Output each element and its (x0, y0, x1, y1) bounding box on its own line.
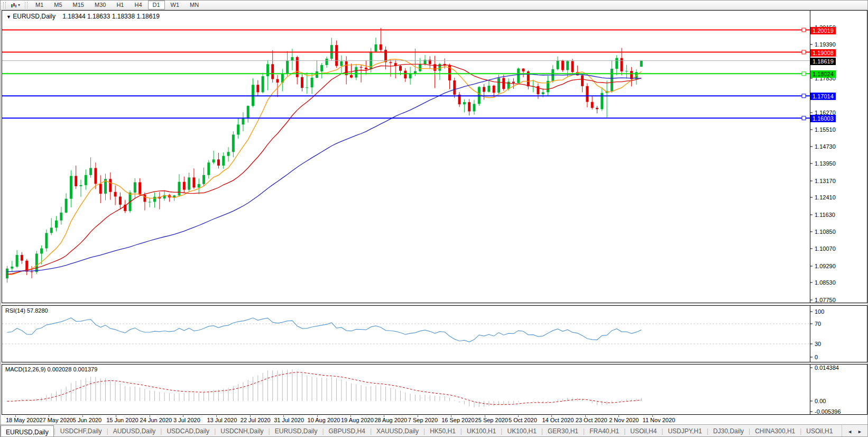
rsi-pane[interactable]: RSI(14) 57.8280 10070300 (2, 305, 867, 362)
price-axis-label: 1.08530 (815, 279, 836, 286)
price-level-badge: 1.20019 (810, 27, 836, 34)
candle-up (237, 124, 239, 134)
rsi-axis-tick (810, 312, 812, 312)
candle-up (286, 61, 289, 74)
price-axis-label: 1.09290 (815, 263, 836, 269)
price-axis-tick (810, 266, 812, 266)
candle-up (375, 44, 377, 52)
time-axis-label: 31 Jul 2020 (274, 417, 304, 423)
timeframe-button-mn[interactable]: MN (185, 1, 204, 10)
timeframe-button-m5[interactable]: M5 (49, 1, 67, 10)
chart-ohlc-values: 1.18344 1.18633 1.18338 1.18619 (62, 13, 160, 20)
chart-tab-bar: EURUSD,Daily|USDCHF,Daily|AUDUSD,Daily|U… (1, 424, 867, 437)
candle-down (389, 62, 392, 63)
price-level-badge: 1.16003 (810, 115, 836, 122)
chart-tab-hk50-h1[interactable]: HK50,H1 (425, 425, 460, 437)
candle-down (522, 69, 525, 71)
macd-axis-label: 0.00 (815, 398, 826, 404)
chart-tab-uk100-h1[interactable]: UK100,H1 (462, 425, 501, 437)
chart-tab-gbpusd-h4[interactable]: GBPUSD,H4 (324, 425, 370, 437)
rsi-axis-tick (810, 324, 812, 324)
level-handle[interactable] (802, 94, 806, 98)
chart-tab-fra40-h1[interactable]: FRA40,H1 (585, 425, 624, 437)
timeframe-button-w1[interactable]: W1 (166, 1, 184, 10)
chart-tab-eurusd-daily[interactable]: EURUSD,Daily (270, 425, 322, 437)
price-axis-tick (810, 180, 812, 181)
time-axis-label: 27 May 2020 (39, 417, 73, 423)
candle-down (453, 80, 456, 95)
candle-down (335, 45, 338, 66)
price-level-badge: 1.19008 (810, 49, 836, 57)
price-axis-tick (810, 44, 812, 44)
candle-down (502, 78, 505, 89)
candle-down (399, 66, 402, 71)
time-axis-label: 18 May 2020 (6, 417, 40, 423)
chart-tab-eurusd-daily[interactable]: EURUSD,Daily (1, 425, 54, 437)
price-chart-pane[interactable]: ▼ EURUSD,Daily 1.18344 1.18633 1.18338 1… (2, 10, 867, 303)
timeframe-button-m15[interactable]: M15 (68, 1, 89, 10)
candle-down (380, 44, 382, 50)
chart-tab-usdchf-daily[interactable]: USDCHF,Daily (56, 425, 107, 437)
time-axis-label: 28 Aug 2020 (374, 417, 407, 423)
candle-down (621, 58, 623, 71)
candle-down (75, 176, 77, 186)
chart-tab-ger30-h1[interactable]: GER30,H1 (543, 425, 583, 437)
candle-up (11, 267, 13, 269)
candle-down (99, 184, 102, 194)
chart-symbol-label: EURUSD,Daily (13, 13, 56, 20)
chart-tab-usdcnh-daily[interactable]: USDCNH,Daily (216, 425, 268, 437)
candle-up (497, 78, 500, 93)
time-axis-label: 14 Oct 2020 (542, 417, 574, 423)
chart-tab-usoil-h4[interactable]: USOil,H4 (625, 425, 661, 437)
level-handle[interactable] (802, 72, 806, 76)
chart-tab-audusd-daily[interactable]: AUDUSD,Daily (108, 425, 161, 437)
timeframe-button-m30[interactable]: M30 (90, 1, 110, 10)
candle-up (6, 269, 8, 279)
charts-toolbar-button[interactable]: ▾ (8, 1, 22, 9)
candle-down (561, 61, 564, 70)
time-axis-label: 5 Oct 2020 (509, 417, 537, 423)
timeframe-button-h1[interactable]: H1 (112, 1, 128, 10)
chart-tab-usdcad-daily[interactable]: USDCAD,Daily (162, 425, 214, 437)
timeframe-button-m1[interactable]: M1 (31, 1, 48, 10)
timeframe-button-h4[interactable]: H4 (130, 1, 146, 10)
candle-up (178, 182, 181, 196)
candle-down (591, 102, 594, 108)
candlestick-chart[interactable] (2, 11, 810, 303)
candle-up (611, 69, 613, 91)
level-handle[interactable] (802, 50, 806, 54)
chart-tab-china300-h1[interactable]: CHINA300,H1 (750, 425, 800, 437)
candle-up (615, 58, 618, 69)
toolbar-grip[interactable] (3, 2, 6, 8)
chart-tab-xauusd-daily[interactable]: XAUUSD,Daily (372, 425, 423, 437)
price-axis-label: 1.10070 (815, 245, 836, 252)
tab-scroll-left-icon[interactable]: ◄ (847, 429, 852, 434)
candle-down (119, 197, 122, 205)
toolbar-grip[interactable] (25, 2, 27, 8)
time-axis-label: 24 Jun 2020 (140, 417, 172, 423)
macd-axis-tick (810, 368, 812, 368)
level-handle[interactable] (802, 28, 806, 32)
moving-average-slow (7, 74, 642, 271)
macd-axis-tick (810, 412, 812, 412)
timeframe-button-d1[interactable]: D1 (148, 1, 165, 10)
chart-tab-dj30-daily[interactable]: DJ30,Daily (708, 425, 749, 437)
time-axis-label: 25 Sep 2020 (475, 417, 508, 423)
chart-tab-usdjpy-h1[interactable]: USDJPY,H1 (663, 425, 706, 437)
candlestick-chart-icon (11, 2, 17, 8)
candle-up (438, 64, 441, 71)
candle-up (252, 85, 254, 106)
tab-scroll-right-icon[interactable]: ► (857, 429, 862, 434)
price-axis-tick (810, 78, 812, 79)
candle-up (291, 57, 293, 61)
level-handle[interactable] (802, 116, 806, 120)
chart-tab-uk100-h1[interactable]: UK100,H1 (502, 425, 541, 437)
time-axis: 18 May 202027 May 20205 Jun 202015 Jun 2… (2, 415, 867, 424)
moving-average-fast (7, 59, 642, 275)
macd-pane[interactable]: MACD(12,26,9) 0.002028 0.001379 0.014384… (2, 364, 867, 415)
candle-down (256, 85, 259, 92)
chart-tab-usoil-h1[interactable]: USOil,H1 (801, 425, 837, 437)
candle-down (350, 75, 353, 78)
macd-axis-label: -0.005396 (815, 408, 841, 415)
chart-collapse-icon[interactable]: ▼ (6, 14, 11, 20)
